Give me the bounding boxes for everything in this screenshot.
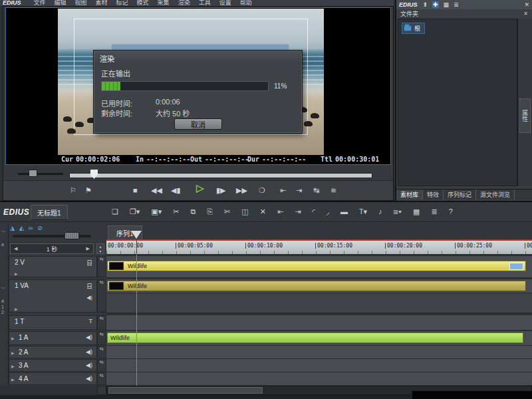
lane-1a[interactable]: Wildlife [106, 331, 532, 345]
prev-frame-icon[interactable]: ◀▮ [171, 186, 181, 195]
render-dialog-titlebar[interactable]: 渲染 [94, 51, 301, 63]
track-header-3a[interactable]: ▶ 3 A ◀) [9, 359, 97, 372]
add-marker-icon[interactable]: ▬ [340, 207, 348, 216]
goto-out-icon[interactable]: ⇥ [296, 186, 302, 195]
scale-down-icon[interactable]: ▾ [99, 249, 101, 253]
playhead-handle[interactable] [131, 231, 142, 239]
clip-wildlife-audio[interactable]: Wildlife [107, 332, 523, 343]
track-header-4a[interactable]: ▶ 4 A ◀) [9, 372, 97, 385]
list-view-icon[interactable]: ≣ [454, 1, 459, 8]
menu-render[interactable]: 渲染 [178, 0, 190, 6]
clip-wildlife-video[interactable]: Wildlife [107, 261, 526, 271]
sync-lock-icon[interactable]: ⇆ [97, 315, 106, 330]
position-bar[interactable] [69, 173, 372, 178]
speaker-icon[interactable]: ◀) [86, 375, 92, 382]
lock-b-icon[interactable]: a [1, 299, 4, 304]
menu-help[interactable]: 帮助 [240, 0, 252, 6]
new-sequence-icon[interactable]: ❏ [112, 207, 118, 216]
lane-4a[interactable] [106, 372, 532, 385]
scale-up-icon[interactable]: ▴ [99, 244, 101, 249]
time-scale-selector[interactable]: ◀ 1 秒 ▶ [10, 243, 94, 254]
stop-icon[interactable]: ■ [133, 186, 138, 195]
title-track-icon[interactable]: T [89, 318, 93, 325]
group-1-icon[interactable]: 1 [1, 305, 4, 310]
sync-lock-icon[interactable]: ⇆ [97, 372, 106, 385]
paste-icon[interactable]: ⎘ [207, 207, 213, 216]
menu-file[interactable]: 文件 [34, 0, 46, 6]
properties-tab[interactable]: 属性 [519, 98, 531, 133]
zoom-slider-thumb[interactable] [65, 232, 79, 239]
expand-icon[interactable]: ▶ [11, 364, 15, 368]
track-header-1t[interactable]: 1 T T [9, 315, 97, 330]
expand-icon[interactable]: ▶ [11, 350, 15, 355]
save-project-icon[interactable]: ▣▾ [151, 207, 162, 216]
tree-item-root[interactable]: 根 [402, 23, 425, 34]
grid-view-icon[interactable]: ▦ [413, 207, 420, 216]
speaker-icon[interactable]: ◀) [86, 348, 92, 355]
scrollbar-thumb[interactable] [108, 387, 263, 394]
cut-icon[interactable]: ✂ [173, 207, 179, 216]
lane-3a[interactable] [106, 359, 532, 372]
menu-edit[interactable]: 编辑 [55, 0, 66, 6]
speaker-icon[interactable]: ◀) [86, 362, 92, 368]
sync-lock-icon[interactable]: ⇆ [97, 331, 106, 345]
trim-in-icon[interactable]: ⇤ [277, 207, 283, 216]
sync-lock-icon[interactable]: ⇆ [97, 279, 106, 313]
new-clip-icon[interactable]: ✚ [432, 1, 439, 8]
fast-forward-icon[interactable]: ▶▶ [236, 186, 247, 195]
menu-marker[interactable]: 标记 [116, 0, 128, 6]
tab-sequence-markers[interactable]: 序列标记 [444, 190, 476, 200]
lock-a-icon[interactable]: a [1, 242, 4, 247]
folder-panel-close-icon[interactable]: ✕ [523, 11, 528, 17]
trim-out-icon[interactable]: ⇥ [295, 207, 301, 216]
lane-1va[interactable]: Wildlife [106, 279, 532, 313]
lane-1t[interactable] [106, 315, 532, 330]
track-header-1a[interactable]: ▶ 1 A ◀) [9, 331, 97, 345]
ripple-mode-icon[interactable]: ∞ [29, 225, 33, 231]
menu-mode[interactable]: 模式 [137, 0, 149, 6]
fade-in-icon[interactable]: ◜ [312, 207, 315, 216]
copy-icon[interactable]: ⧉ [190, 207, 196, 216]
set-in-point-icon[interactable]: ⚐ [70, 186, 76, 195]
timeline-playhead-line[interactable] [136, 254, 137, 386]
expand-icon[interactable]: ▶ [11, 336, 15, 340]
menu-settings[interactable]: 设置 [219, 0, 231, 6]
next-frame-icon[interactable]: ▮▶ [216, 186, 226, 195]
menu-capture[interactable]: 采集 [158, 0, 170, 6]
insert-mode-icon[interactable]: ◮ [10, 225, 15, 231]
voiceover-icon[interactable]: ♪ [378, 207, 382, 216]
menu-clip[interactable]: 素材 [96, 0, 108, 6]
sync-lock-icon[interactable]: ⇆ [97, 346, 106, 358]
rewind-icon[interactable]: ◀◀ [151, 186, 162, 195]
lane-2a[interactable] [106, 346, 532, 358]
track-header-2v[interactable]: 2 V 日 ▶ [9, 256, 97, 277]
fade-out-icon[interactable]: ◞ [327, 207, 329, 216]
sync-lock-icon[interactable]: ⇆ [97, 256, 106, 277]
export-icon[interactable]: ≋ [331, 186, 336, 195]
speaker-icon[interactable]: ◀) [86, 334, 92, 340]
title-tool-icon[interactable]: T▾ [359, 207, 367, 216]
cancel-button[interactable]: 取消 [174, 118, 222, 130]
up-folder-icon[interactable]: ⬆ [423, 1, 428, 8]
sync-mode-icon[interactable]: ⊘ [37, 225, 43, 231]
help-icon[interactable]: ? [449, 207, 453, 216]
project-title-tab[interactable]: 无标题1 [31, 205, 68, 220]
overwrite-mode-icon[interactable]: ◭ [19, 225, 24, 231]
audio-mixer-icon[interactable]: ≣ [431, 207, 437, 216]
video-mute-icon[interactable]: 日 [86, 282, 92, 291]
view-mode-icon[interactable]: ▦ [444, 1, 450, 8]
timeline-ruler[interactable]: 00:00:00:00 00:00:05:00 00:00:10:00 00:0… [106, 239, 532, 254]
tab-source-browser[interactable]: 源文件浏览 [476, 190, 515, 200]
clip-wildlife-videoaudio[interactable]: Wildlife [107, 281, 526, 291]
goto-in-icon[interactable]: ⇤ [280, 186, 286, 195]
zoom-slider-track[interactable] [13, 235, 91, 237]
expand-icon[interactable]: ▶ [11, 377, 15, 382]
group-2-icon[interactable]: 2 [1, 310, 4, 315]
jog-mode-icon[interactable]: ↹ [313, 186, 319, 195]
sync-audio-icon[interactable]: ◡ [1, 284, 5, 289]
track-header-2a[interactable]: ▶ 2 A ◀) [9, 346, 97, 358]
video-mute-icon[interactable]: 日 [86, 259, 92, 267]
open-project-icon[interactable]: ❐▾ [130, 207, 140, 216]
tab-asset-library[interactable]: 素材库 [396, 190, 423, 200]
scale-prev-icon[interactable]: ◀ [11, 246, 21, 251]
